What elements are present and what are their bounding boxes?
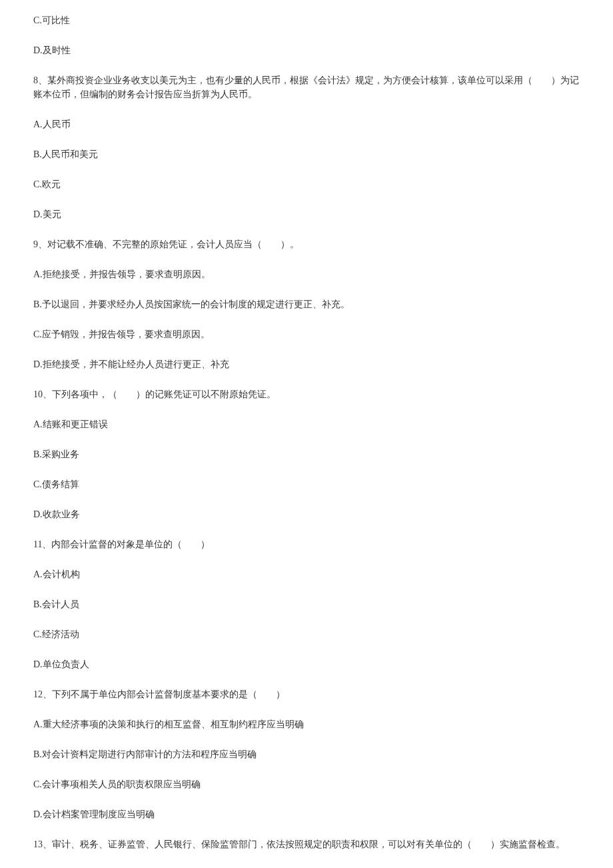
- text-line: 10、下列各项中，（ ）的记账凭证可以不附原始凭证。: [33, 387, 580, 401]
- text-line: C.经济活动: [33, 627, 580, 641]
- text-line: D.单位负责人: [33, 657, 580, 671]
- document-page: C.可比性D.及时性8、某外商投资企业业务收支以美元为主，也有少量的人民币，根据…: [0, 0, 613, 868]
- lines-container: C.可比性D.及时性8、某外商投资企业业务收支以美元为主，也有少量的人民币，根据…: [33, 13, 580, 868]
- text-line: C.可比性: [33, 13, 580, 27]
- text-line: B.采购业务: [33, 447, 580, 461]
- text-line: A.人民币: [33, 117, 580, 131]
- text-line: B.对会计资料定期进行内部审计的方法和程序应当明确: [33, 747, 580, 761]
- text-line: B.予以退回，并要求经办人员按国家统一的会计制度的规定进行更正、补充。: [33, 297, 580, 311]
- text-line: 11、内部会计监督的对象是单位的（ ）: [33, 537, 580, 551]
- text-line: 8、某外商投资企业业务收支以美元为主，也有少量的人民币，根据《会计法》规定，为方…: [33, 73, 580, 101]
- text-line: C.欧元: [33, 177, 580, 191]
- text-line: D.收款业务: [33, 507, 580, 521]
- text-line: D.美元: [33, 207, 580, 221]
- text-line: D.拒绝接受，并不能让经办人员进行更正、补充: [33, 357, 580, 371]
- text-line: D.及时性: [33, 43, 580, 57]
- text-line: C.债务结算: [33, 477, 580, 491]
- text-line: C.应予销毁，并报告领导，要求查明原因。: [33, 327, 580, 341]
- text-line: A.重大经济事项的决策和执行的相互监督、相互制约程序应当明确: [33, 717, 580, 731]
- text-line: 12、下列不属于单位内部会计监督制度基本要求的是（ ）: [33, 687, 580, 701]
- text-line: B.人民币和美元: [33, 147, 580, 161]
- text-line: B.会计人员: [33, 597, 580, 611]
- text-line: C.会计事项相关人员的职责权限应当明确: [33, 777, 580, 791]
- text-line: A.会计机构: [33, 567, 580, 581]
- text-line: D.会计档案管理制度应当明确: [33, 807, 580, 821]
- text-line: A.拒绝接受，并报告领导，要求查明原因。: [33, 267, 580, 281]
- text-line: 9、对记载不准确、不完整的原始凭证，会计人员应当（ ）。: [33, 237, 580, 251]
- text-line: 13、审计、税务、证券监管、人民银行、保险监管部门，依法按照规定的职责和权限，可…: [33, 837, 580, 851]
- text-line: A.结账和更正错误: [33, 417, 580, 431]
